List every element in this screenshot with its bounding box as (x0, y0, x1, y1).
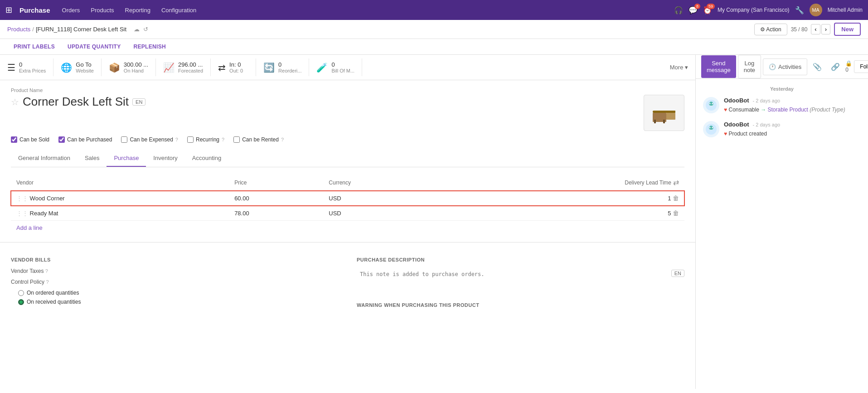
vendor-currency-2: USD (323, 206, 445, 221)
expensed-help-icon: ? (175, 137, 178, 142)
add-line-button[interactable]: Add a line (11, 221, 48, 235)
vendor-row-2[interactable]: ⋮⋮ Ready Mat 78.00 USD 5 🗑 (11, 206, 684, 221)
attachment-icon[interactable]: 🔗 (827, 59, 844, 75)
top-navigation: ⊞ Purchase Orders Products Reporting Con… (0, 0, 868, 20)
update-quantity-button[interactable]: UPDATE QUANTITY (61, 39, 127, 54)
recurring-input[interactable] (187, 136, 194, 143)
on-hand-value: 300.00 ... (124, 61, 148, 68)
radio-received[interactable]: On received quantities (18, 299, 339, 305)
stat-reorder[interactable]: 🔄 0 Reorderi... (256, 58, 309, 76)
can-be-rented-checkbox[interactable]: Can be Rented ? (233, 136, 284, 143)
section-divider (0, 242, 695, 243)
stat-in-out[interactable]: ⇄ In: 0 Out: 0 (211, 58, 256, 76)
drag-handle-1[interactable]: ⋮⋮ (16, 195, 28, 202)
tabs: General Information Sales Purchase Inven… (11, 150, 684, 167)
tab-accounting[interactable]: Accounting (185, 150, 228, 167)
nav-products[interactable]: Products (86, 4, 118, 16)
extra-prices-label: Extra Prices (19, 68, 46, 73)
followers-count: 🔒 0 (845, 60, 852, 73)
rented-help-icon: ? (281, 137, 284, 142)
sync-icon[interactable]: ⇄ (673, 178, 679, 187)
product-name[interactable]: Corner Desk Left Sit (23, 95, 129, 109)
vendor-taxes-help: ? (45, 268, 48, 274)
transfer-icon: ⇄ (218, 62, 226, 73)
can-be-sold-checkbox[interactable]: Can be Sold (11, 136, 49, 143)
support-icon[interactable]: 🎧 (674, 6, 683, 15)
new-button[interactable]: New (834, 23, 861, 36)
bom-value: 0 (331, 61, 354, 68)
main-layout: ☰ 0 Extra Prices 🌐 Go To Website 📦 300.0… (0, 55, 868, 389)
chat-icon[interactable]: 💬8 (689, 6, 698, 15)
tab-general[interactable]: General Information (11, 150, 78, 167)
stat-go-to-website[interactable]: 🌐 Go To Website (53, 58, 102, 76)
app-grid-icon[interactable]: ⊞ (5, 5, 12, 15)
next-button[interactable]: › (821, 24, 830, 34)
product-type-link[interactable]: Storable Product (768, 107, 808, 113)
nav-orders[interactable]: Orders (58, 4, 85, 16)
lang-badge[interactable]: EN (132, 98, 145, 106)
more-button[interactable]: More ▾ (670, 64, 688, 71)
activities-button[interactable]: 🕐 Activities (763, 58, 807, 75)
can-be-purchased-input[interactable] (58, 136, 65, 143)
website-value: Go To (76, 61, 94, 68)
can-be-expensed-input[interactable] (121, 136, 127, 143)
vendor-price-1: 60.00 (229, 191, 323, 206)
nav-configuration[interactable]: Configuration (157, 4, 201, 16)
tab-sales[interactable]: Sales (78, 150, 107, 167)
clock-icon[interactable]: ⏰59 (703, 6, 712, 15)
radio-ordered[interactable]: On ordered quantities (18, 290, 339, 296)
breadcrumb-parent[interactable]: Products (7, 26, 30, 33)
nav-reporting[interactable]: Reporting (121, 4, 155, 16)
extra-prices-value: 0 (19, 61, 46, 68)
stat-on-hand[interactable]: 📦 300.00 ... On Hand (102, 58, 156, 76)
send-message-button[interactable]: Send message (701, 55, 736, 78)
message-author-2: OdooBot (724, 121, 749, 128)
vendor-row-1[interactable]: ⋮⋮ Wood Corner 60.00 USD 1 🗑 (11, 191, 684, 206)
tab-purchase[interactable]: Purchase (107, 150, 146, 167)
cloud-icon[interactable]: ☁ (134, 26, 140, 33)
chart-icon: 📈 (163, 62, 175, 73)
globe-icon: 🌐 (61, 62, 72, 73)
recurring-checkbox[interactable]: Recurring ? (187, 136, 224, 143)
product-name-label: Product Name (11, 87, 684, 93)
replenish-button[interactable]: REPLENISH (127, 39, 172, 54)
action-button[interactable]: ⚙ Action (754, 24, 787, 35)
company-name: My Company (San Francisco) (718, 7, 790, 13)
svg-rect-16 (710, 126, 711, 126)
stat-extra-prices[interactable]: ☰ 0 Extra Prices (7, 58, 53, 76)
radio-received-input[interactable] (18, 299, 24, 305)
stats-bar: ☰ 0 Extra Prices 🌐 Go To Website 📦 300.0… (0, 55, 695, 80)
drag-handle-2[interactable]: ⋮⋮ (16, 210, 28, 217)
can-be-rented-input[interactable] (233, 136, 240, 143)
can-be-purchased-checkbox[interactable]: Can be Purchased (58, 136, 112, 143)
purchase-desc-textarea[interactable] (357, 268, 668, 295)
message-text-1: ♥ Consumable → Storable Product (Product… (724, 106, 861, 114)
stat-bom[interactable]: 🧪 0 Bill Of M... (309, 58, 362, 76)
on-hand-label: On Hand (124, 68, 148, 73)
settings-icon[interactable]: 🔧 (795, 6, 804, 15)
radio-ordered-input[interactable] (18, 290, 24, 296)
delete-vendor-1[interactable]: 🗑 (673, 194, 679, 202)
breadcrumb: Products / [FURN_1118] Corner Desk Left … (7, 26, 126, 33)
can-be-sold-input[interactable] (11, 136, 17, 143)
delete-vendor-2[interactable]: 🗑 (673, 209, 679, 217)
message-time-2: - 2 days ago (753, 122, 781, 127)
tab-inventory[interactable]: Inventory (146, 150, 184, 167)
svg-rect-2 (654, 120, 656, 123)
in-value: In: 0 (229, 61, 243, 68)
follow-button[interactable]: Follow (854, 60, 868, 73)
purchase-desc-lang[interactable]: EN (671, 270, 684, 277)
purchase-desc-title: PURCHASE DESCRIPTION (357, 257, 684, 262)
prev-button[interactable]: ‹ (811, 24, 820, 34)
forecasted-value: 296.00 ... (178, 61, 203, 68)
odoobot-avatar-2 (703, 121, 719, 137)
refresh-icon[interactable]: ↺ (143, 26, 148, 33)
star-icon[interactable]: ☆ (11, 97, 19, 107)
can-be-expensed-checkbox[interactable]: Can be Expensed ? (121, 136, 178, 143)
log-note-button[interactable]: Log note (738, 55, 761, 78)
forecasted-label: Forecasted (178, 68, 203, 73)
print-labels-button[interactable]: PRINT LABELS (7, 39, 61, 54)
stat-forecasted[interactable]: 📈 296.00 ... Forecasted (156, 58, 211, 76)
avatar[interactable]: MA (810, 4, 822, 16)
paperclip-icon[interactable]: 📎 (809, 59, 825, 75)
